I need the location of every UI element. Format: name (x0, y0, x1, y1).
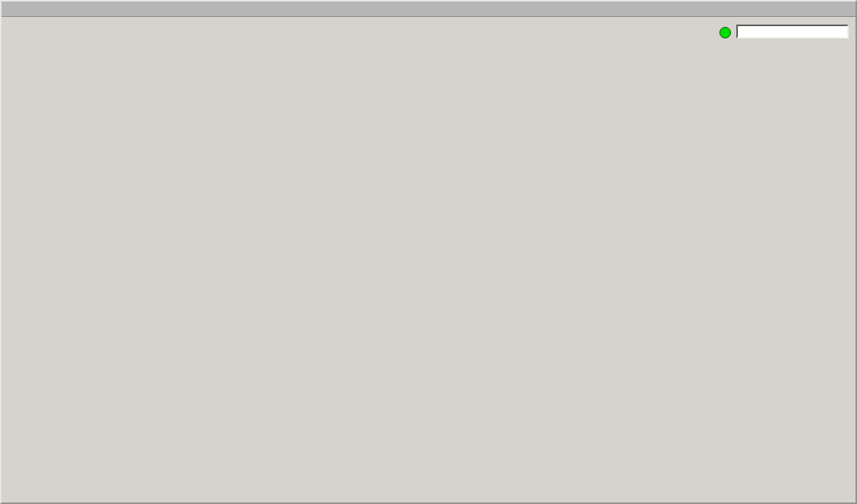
linac-orbit-window (0, 0, 857, 504)
status-indicator (719, 27, 731, 38)
window-titlebar (2, 2, 855, 17)
status-time-field (736, 25, 849, 38)
